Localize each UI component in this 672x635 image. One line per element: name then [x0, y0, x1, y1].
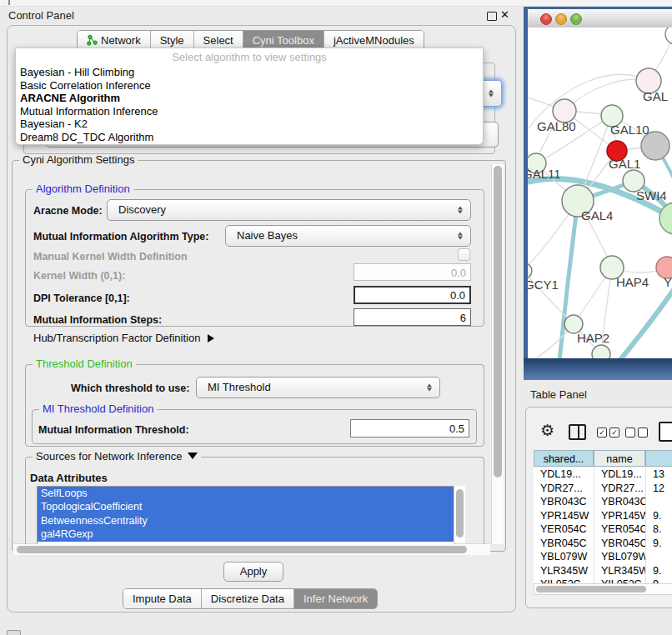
network-edge[interactable] [619, 278, 672, 358]
table-cell[interactable]: YPR145W [534, 509, 594, 523]
mi-threshold-input[interactable]: 0.5 [350, 419, 469, 438]
tab-style-label: Style [160, 34, 184, 47]
mi-steps-value: 6 [460, 312, 466, 324]
table-horizontal-scrollbar[interactable] [534, 583, 672, 595]
table-cell[interactable]: YBR045C [534, 537, 594, 551]
cyni-bottom-tabbar: Impute Data Discretize Data Infer Networ… [123, 588, 378, 609]
table-cell[interactable]: YLR345W [594, 564, 645, 578]
attributes-list-scrollbar-thumb[interactable] [456, 489, 464, 538]
network-node-label: HAP4 [616, 275, 649, 289]
tab-network-label: Network [101, 34, 141, 47]
algorithm-option[interactable]: Bayesian - Hill Climbing [16, 66, 483, 79]
close-panel-icon[interactable]: ✕ [500, 8, 509, 21]
kernel-width-input[interactable]: 0.0 [354, 263, 471, 281]
kernel-width-value: 0.0 [451, 267, 466, 279]
table-cell[interactable]: YER054C [534, 522, 594, 537]
table-cell[interactable]: YLR345W [534, 564, 594, 578]
tab-impute-data-label: Impute Data [133, 592, 192, 605]
table-cell[interactable]: YBL079W [594, 550, 645, 564]
table-cell[interactable]: YER054C [594, 522, 645, 537]
checked-box-icon: ✓ [609, 428, 619, 438]
network-canvas[interactable]: GALGAL80GAL10GAL1GAL11SWI4GAL4GCY1HAP4YH… [528, 28, 672, 358]
apply-button-label: Apply [240, 565, 268, 578]
table-cell[interactable]: YDL19... [594, 468, 645, 482]
zoom-traffic-light[interactable] [570, 13, 582, 25]
table-cell[interactable] [645, 550, 672, 564]
data-attribute-item[interactable]: SelfLoops [38, 487, 454, 500]
deselect-all-columns-button[interactable] [625, 428, 648, 438]
settings-vertical-scrollbar-thumb[interactable] [494, 166, 502, 478]
attributes-list-scrollbar[interactable] [454, 486, 465, 543]
table-cell[interactable]: 12 [645, 482, 672, 496]
table-column-header[interactable]: name [594, 450, 645, 467]
settings-horizontal-scrollbar[interactable] [13, 543, 490, 555]
column-layout-icon[interactable] [569, 424, 586, 440]
table-cell[interactable]: 9. [645, 509, 672, 523]
table-column-header[interactable] [645, 450, 672, 467]
table-horizontal-scrollbar-thumb[interactable] [536, 586, 646, 592]
algorithm-option[interactable]: Dream8 DC_TDC Algorithm [16, 131, 483, 144]
network-node-label: GAL11 [528, 167, 561, 181]
panel-corner-icon[interactable] [7, 630, 21, 635]
unchecked-box-icon [625, 428, 635, 438]
network-node-gcy1[interactable] [528, 263, 532, 278]
settings-vertical-scrollbar[interactable] [491, 164, 504, 544]
which-threshold-combobox[interactable]: MI Threshold [196, 377, 440, 398]
data-attribute-item[interactable]: TopologicalCoefficient [38, 500, 454, 513]
table-cell[interactable]: YBR043C [594, 495, 645, 509]
table-column-header[interactable]: shared... [534, 450, 594, 467]
table-cell[interactable]: YPR145W [594, 509, 645, 523]
table-cell[interactable]: 9. [645, 564, 672, 578]
table-cell[interactable]: 9. [645, 537, 672, 551]
top-strip [0, 0, 672, 7]
network-node[interactable] [641, 132, 669, 160]
tab-discretize-data[interactable]: Discretize Data [202, 589, 294, 608]
algorithm-option[interactable]: ARACNE Algorithm [16, 92, 483, 105]
sources-title-text: Sources for Network Inference [36, 450, 183, 462]
expand-arrow-icon [208, 334, 214, 342]
table-cell[interactable]: YBL079W [534, 550, 594, 564]
sources-group-title[interactable]: Sources for Network Inference [33, 450, 201, 462]
manual-kernel-checkbox[interactable] [458, 248, 470, 261]
network-node-label: GAL [643, 89, 668, 103]
table-settings-button[interactable]: ⚙ [540, 422, 554, 439]
tab-impute-data[interactable]: Impute Data [123, 589, 202, 608]
document-icon[interactable] [659, 422, 672, 442]
dpi-tolerance-input[interactable]: 0.0 [354, 286, 471, 304]
table-cell[interactable] [645, 495, 672, 509]
table-cell[interactable]: 13 [645, 468, 672, 482]
which-threshold-value: MI Threshold [208, 381, 271, 393]
algorithm-option[interactable]: Bayesian - K2 [16, 118, 483, 131]
apply-button[interactable]: Apply [223, 562, 283, 582]
mi-type-combobox[interactable]: Naive Bayes [225, 225, 471, 247]
control-panel-title: Control Panel [8, 9, 74, 22]
select-all-columns-button[interactable]: ✓✓ [597, 428, 619, 438]
node-table: shared...nameYDL19...YDL19...13YDR27...Y… [534, 450, 672, 583]
network-edge[interactable] [559, 201, 578, 358]
hub-definition-toggle[interactable]: Hub/Transcription Factor Definition [33, 332, 214, 344]
data-attribute-item[interactable]: gal4RGexp [38, 528, 454, 541]
settings-horizontal-scrollbar-thumb[interactable] [17, 546, 467, 553]
table-cell[interactable]: YDL19... [534, 468, 594, 482]
minimize-traffic-light[interactable] [555, 13, 567, 25]
network-node[interactable] [665, 28, 672, 44]
algorithm-option[interactable]: Basic Correlation Inference [16, 79, 483, 92]
tab-infer-network[interactable]: Infer Network [294, 589, 377, 608]
data-attributes-list[interactable]: SelfLoopsTopologicalCoefficientBetweenne… [37, 486, 455, 544]
network-window-titlebar[interactable] [528, 9, 672, 28]
table-cell[interactable]: 8. [645, 522, 672, 537]
data-attribute-item[interactable]: BetweennessCentrality [38, 514, 454, 528]
table-cell[interactable]: YDR27... [534, 482, 594, 496]
table-cell[interactable]: YBR043C [534, 495, 594, 509]
network-node-label: SWI4 [636, 188, 667, 202]
table-cell[interactable]: YDR27... [594, 482, 645, 496]
mi-steps-input[interactable]: 6 [354, 308, 471, 326]
table-cell[interactable]: YBR045C [594, 537, 645, 551]
network-node[interactable] [659, 202, 672, 234]
float-panel-icon[interactable] [487, 12, 497, 21]
close-traffic-light[interactable] [540, 13, 552, 25]
aracne-mode-combobox[interactable]: Discovery [107, 199, 471, 221]
combo-spinner-icon [458, 232, 463, 240]
network-node[interactable] [592, 345, 610, 358]
algorithm-option[interactable]: Mutual Information Inference [16, 105, 483, 118]
